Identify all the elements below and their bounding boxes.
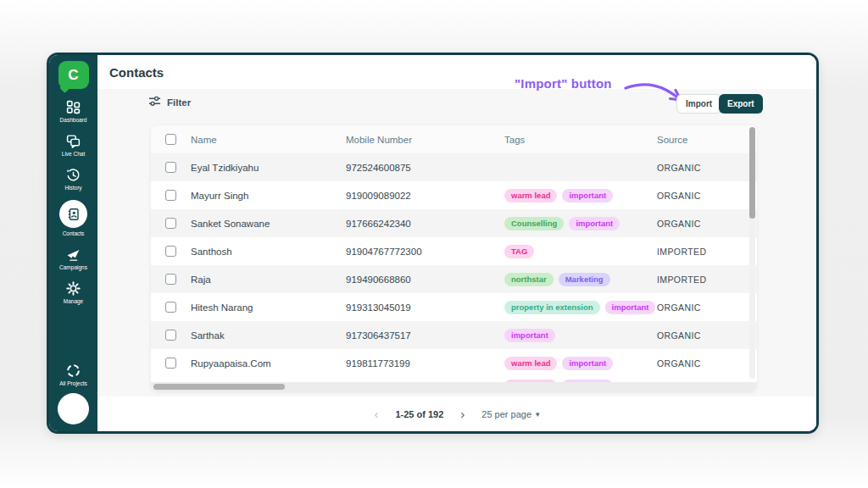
row-checkbox[interactable] <box>165 162 176 173</box>
all-projects-icon <box>66 363 81 378</box>
tag-chip: important <box>562 357 613 370</box>
table-row[interactable]: Raja 919490668860 northstarMarketing IMP… <box>151 265 757 293</box>
contact-name: Mayurr Singh <box>191 191 346 201</box>
table-row[interactable]: Rupyaapaisa.Com 919811773199 warm leadim… <box>151 349 757 377</box>
contact-name: Sanket Sonawane <box>191 219 346 229</box>
table-row[interactable]: Sarthak 917306437517 important ORGANIC <box>151 321 757 349</box>
select-all-checkbox[interactable] <box>165 134 176 145</box>
contact-mobile: 972524600875 <box>346 163 504 173</box>
row-checkbox[interactable] <box>165 330 176 341</box>
contact-mobile: 919313045019 <box>346 302 504 313</box>
table-row[interactable]: Santhosh 91904767772300 TAG IMPORTED <box>151 237 757 265</box>
tags-cell: warm leadimportant <box>504 357 657 370</box>
contact-name: Santhosh <box>191 247 346 257</box>
per-page-label: 25 per page <box>481 409 531 419</box>
vertical-scrollbar-thumb[interactable] <box>749 127 755 219</box>
annotation-import-callout: "Import" button <box>515 76 612 91</box>
sidebar-item-campaigns[interactable]: Campaigns <box>59 247 87 270</box>
import-button[interactable]: Import <box>676 94 721 114</box>
contact-mobile: 919490668860 <box>346 274 504 285</box>
contact-mobile: 919811773199 <box>346 358 504 369</box>
tag-chip: warm lead <box>504 357 557 370</box>
tag-chip: important <box>569 217 620 230</box>
tag-chip: important <box>605 301 656 314</box>
sidebar-item-label: Dashboard <box>60 117 87 123</box>
contact-source: ORGANIC <box>657 330 757 341</box>
row-checkbox[interactable] <box>165 302 176 313</box>
tags-cell: northstarMarketing <box>504 273 657 286</box>
filter-label: Filter <box>167 97 191 108</box>
table-row[interactable]: Sanket Sonawane 917666242340 Counselling… <box>151 209 757 237</box>
table-header-row: Name Mobile Number Tags Source <box>151 125 757 153</box>
next-page-chevron-icon[interactable]: › <box>460 408 465 420</box>
table-body: Eyal Tzidkiyahu 972524600875 ORGANIC May… <box>151 153 757 377</box>
tags-cell: property in extensionimportant <box>504 301 657 314</box>
export-button[interactable]: Export <box>719 94 763 114</box>
page: C ··· Dashboard <box>0 0 868 488</box>
row-checkbox[interactable] <box>165 246 176 257</box>
sidebar-item-all-projects[interactable]: All Projects <box>59 363 87 386</box>
row-checkbox[interactable] <box>165 218 176 229</box>
horizontal-scrollbar[interactable] <box>151 382 757 391</box>
contact-mobile: 91904767772300 <box>346 247 504 257</box>
dashboard-grid-icon <box>66 100 81 114</box>
contact-source: ORGANIC <box>657 302 757 313</box>
user-avatar[interactable] <box>58 393 89 424</box>
campaigns-plane-icon <box>66 247 81 262</box>
contact-name: Hitesh Narang <box>191 302 346 313</box>
sidebar-item-label: Live Chat <box>62 151 85 157</box>
main-area: Contacts Filter "Import" button <box>97 55 816 431</box>
tag-chip: important <box>562 189 613 202</box>
logo-dots: ··· <box>71 74 80 80</box>
contact-source: IMPORTED <box>657 247 757 257</box>
filter-button[interactable]: Filter <box>148 95 191 109</box>
live-chat-icon <box>66 134 81 148</box>
table-row[interactable]: Eyal Tzidkiyahu 972524600875 ORGANIC <box>151 153 757 181</box>
row-checkbox[interactable] <box>165 190 176 201</box>
tag-chip: TAG <box>504 245 534 258</box>
contacts-table: Name Mobile Number Tags Source Eyal Tzid… <box>151 125 757 391</box>
tag-chip: important <box>504 329 555 342</box>
contact-source: IMPORTED <box>657 274 757 285</box>
tag-chip: northstar <box>504 273 554 286</box>
header-source: Source <box>657 135 757 145</box>
sidebar-item-history[interactable]: History <box>64 168 81 191</box>
prev-page-chevron-icon[interactable]: ‹ <box>374 408 378 420</box>
header-mobile: Mobile Number <box>346 135 504 145</box>
sidebar-item-manage[interactable]: Manage <box>64 281 84 304</box>
contact-source: ORGANIC <box>657 219 757 229</box>
pagination-range: 1-25 of 192 <box>395 409 443 419</box>
tag-chip: warm lead <box>504 189 557 202</box>
filter-sliders-icon <box>148 95 161 109</box>
tags-cell: TAG <box>504 245 657 258</box>
contact-mobile: 917666242340 <box>346 219 504 229</box>
header-tags: Tags <box>504 135 657 145</box>
table-row[interactable]: Hitesh Narang 919313045019 property in e… <box>151 293 757 321</box>
app-logo[interactable]: C ··· <box>58 61 89 89</box>
contact-source: ORGANIC <box>657 163 757 173</box>
vertical-scrollbar[interactable] <box>749 127 755 379</box>
main-header: Contacts <box>97 55 816 89</box>
tag-chip: Marketing <box>559 273 610 286</box>
tag-chip: property in extension <box>504 301 600 314</box>
row-checkbox[interactable] <box>165 274 176 285</box>
pagination-bar: ‹ 1-25 of 192 › 25 per page ▾ <box>97 396 816 431</box>
contacts-active-circle <box>59 200 87 228</box>
tag-chip: Counselling <box>504 217 564 230</box>
table-row[interactable]: Mayurr Singh 919009089022 warm leadimpor… <box>151 181 757 209</box>
row-checkbox[interactable] <box>165 358 176 369</box>
sidebar-item-live-chat[interactable]: Live Chat <box>62 134 85 157</box>
sidebar-item-label: Manage <box>64 298 84 304</box>
contact-name: Rupyaapaisa.Com <box>191 358 346 369</box>
contact-source: ORGANIC <box>657 191 757 201</box>
caret-down-icon: ▾ <box>536 410 540 419</box>
sidebar-item-dashboard[interactable]: Dashboard <box>60 100 87 123</box>
contact-name: Eyal Tzidkiyahu <box>191 163 346 173</box>
tags-cell: important <box>504 329 657 342</box>
sidebar-item-label: All Projects <box>59 380 87 386</box>
sidebar-item-contacts[interactable]: Contacts <box>59 200 87 236</box>
horizontal-scrollbar-thumb[interactable] <box>153 384 285 390</box>
sidebar: C ··· Dashboard <box>49 55 97 431</box>
history-clock-icon <box>66 168 81 182</box>
per-page-select[interactable]: 25 per page ▾ <box>481 409 539 419</box>
